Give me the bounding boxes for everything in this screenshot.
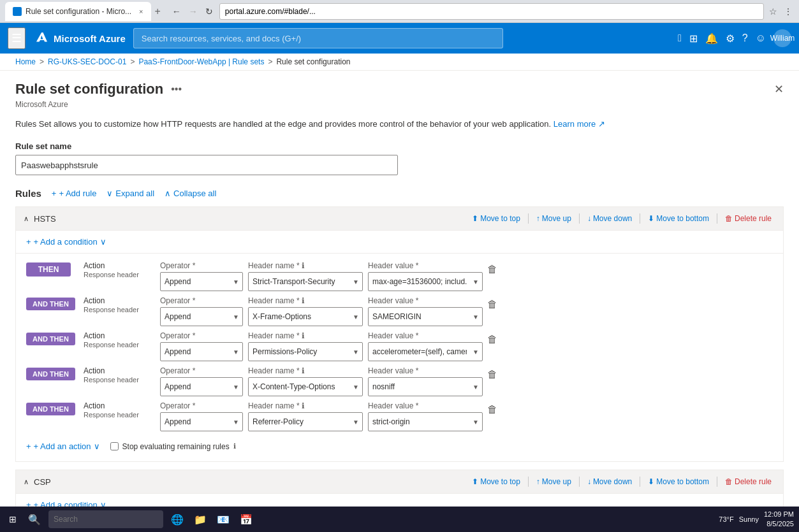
back-btn[interactable]: ←	[170, 5, 184, 18]
taskbar-clock: 12:09 PM	[764, 510, 794, 519]
delete-action-btn-hsts-1[interactable]: 🗑	[485, 296, 500, 313]
delete-action-btn-hsts-4[interactable]: 🗑	[485, 401, 500, 418]
bookmark-btn[interactable]: ☆	[768, 5, 779, 18]
azure-search-input[interactable]	[133, 28, 503, 48]
add-action-btn-hsts[interactable]: + + Add an action ∨	[26, 442, 100, 451]
header-name-group-hsts-1: Header name * ℹ X-Frame-Options▼	[248, 296, 363, 326]
close-page-btn[interactable]: ✕	[774, 82, 784, 96]
info-icon[interactable]: ℹ	[302, 296, 305, 305]
taskbar-search-input[interactable]	[48, 510, 163, 528]
header-value-select-hsts-3[interactable]: nosniff	[368, 377, 483, 396]
taskbar: ⊞ 🔍 🌐 📁 📧 📅 73°F Sunny 12:09 PM 8/5/2025	[0, 507, 799, 532]
header-value-group-hsts-1: Header value * SAMEORIGIN▼	[368, 296, 483, 326]
operator-select-hsts-1[interactable]: Append	[160, 307, 243, 326]
operator-select-hsts-2[interactable]: Append	[160, 342, 243, 361]
feedback-icon[interactable]: ☺	[756, 32, 766, 44]
header-name-label-hsts-2: Header name * ℹ	[248, 331, 363, 340]
rule-set-name-field: Rule set name	[15, 141, 784, 175]
taskbar-explorer-icon[interactable]: 📁	[191, 512, 209, 527]
operator-group-hsts-0: Operator * AppendDeleteOverwrite ▼	[160, 261, 243, 291]
header-value-group-hsts-0: Header value * max-age=31536000; includ.…	[368, 261, 483, 291]
start-btn[interactable]: ⊞	[5, 512, 20, 527]
add-action-chevron: ∨	[94, 442, 100, 451]
header-name-select-hsts-1[interactable]: X-Frame-Options	[248, 307, 363, 326]
rule-collapse-btn-hsts[interactable]: ∧	[24, 215, 29, 223]
new-tab-btn[interactable]: +	[155, 6, 161, 17]
forward-btn[interactable]: →	[186, 5, 200, 18]
operator-select-hsts-0[interactable]: AppendDeleteOverwrite	[160, 272, 243, 291]
operator-select-hsts-3[interactable]: Append	[160, 377, 243, 396]
breadcrumb-front-door[interactable]: PaaS-FrontDoor-WebApp | Rule sets	[138, 57, 264, 66]
expand-all-btn[interactable]: ∨ Expand all	[106, 189, 154, 198]
stop-eval-checkbox-hsts[interactable]	[110, 442, 119, 450]
action-row-hsts-0: THEN Action Response header Operator * A…	[26, 261, 773, 291]
azure-logo-icon	[33, 31, 48, 46]
toolbar-divider-3	[640, 213, 640, 224]
move-to-top-btn-hsts[interactable]: ⬆ Move to top	[468, 212, 524, 225]
hamburger-menu-btn[interactable]: ☰	[8, 27, 26, 49]
delete-rule-btn-hsts[interactable]: 🗑 Delete rule	[721, 212, 775, 225]
taskbar-date: 8/5/2025	[764, 519, 794, 529]
search-taskbar-icon[interactable]: 🔍	[26, 512, 43, 527]
taskbar-weather-desc: Sunny	[739, 515, 759, 523]
info-icon[interactable]: ℹ	[302, 261, 305, 270]
header-value-select-hsts-0[interactable]: max-age=31536000; includ...	[368, 272, 483, 291]
move-to-bottom-btn-csp[interactable]: ⬇ Move to bottom	[644, 475, 713, 488]
collapse-all-btn[interactable]: ∧ Collapse all	[165, 189, 216, 198]
learn-more-link[interactable]: Learn more ↗	[553, 119, 605, 129]
add-condition-btn-hsts[interactable]: + + Add a condition ∨	[26, 237, 106, 247]
move-up-btn-csp[interactable]: ↑ Move up	[532, 475, 575, 488]
cloud-shell-icon[interactable]: 	[678, 32, 682, 44]
rules-section-header: Rules + + Add rule ∨ Expand all ∧ Collap…	[15, 188, 784, 199]
move-up-label: Move up	[542, 477, 571, 486]
notifications-icon[interactable]: 🔔	[705, 32, 718, 45]
action-row-hsts-2: AND THEN Action Response header Operator…	[26, 331, 773, 361]
breadcrumb-home[interactable]: Home	[15, 57, 36, 66]
taskbar-calendar-icon[interactable]: 📅	[237, 512, 255, 527]
header-name-select-hsts-0[interactable]: Strict-Transport-Security	[248, 272, 363, 291]
help-icon[interactable]: ?	[742, 32, 748, 44]
close-tab-btn[interactable]: ×	[139, 8, 143, 15]
rule-card-header-hsts: ∧ ⬆ Move to top ↑ Move up ↓ Move down	[16, 207, 783, 231]
delete-rule-btn-csp[interactable]: 🗑 Delete rule	[721, 475, 775, 488]
delete-action-btn-hsts-2[interactable]: 🗑	[485, 331, 500, 348]
move-down-btn-csp[interactable]: ↓ Move down	[583, 475, 636, 488]
header-name-select-hsts-4[interactable]: Referrer-Policy	[248, 412, 363, 431]
taskbar-mail-icon[interactable]: 📧	[214, 512, 232, 527]
info-icon[interactable]: ℹ	[302, 366, 305, 375]
more-options-icon[interactable]: •••	[171, 83, 182, 95]
taskbar-weather: 73°F	[719, 515, 733, 523]
move-to-top-btn-csp[interactable]: ⬆ Move to top	[468, 475, 524, 488]
browser-icons: ☆ ⋮	[768, 5, 794, 18]
delete-action-btn-hsts-0[interactable]: 🗑	[485, 261, 500, 278]
user-avatar[interactable]: William	[773, 29, 791, 47]
header-name-select-hsts-2[interactable]: Permissions-Policy	[248, 342, 363, 361]
rule-card-header-csp: ∧ ⬆ Move to top ↑ Move up ↓ Move down	[16, 470, 783, 494]
breadcrumb-resource-group[interactable]: RG-UKS-SEC-DOC-01	[48, 57, 126, 66]
directory-icon[interactable]: ⊞	[689, 32, 698, 45]
stop-eval-info-icon-hsts[interactable]: ℹ	[233, 442, 236, 450]
rule-name-input-hsts[interactable]	[34, 214, 161, 224]
browser-nav: ← → ↻	[170, 5, 216, 18]
info-icon[interactable]: ℹ	[302, 331, 305, 340]
reload-btn[interactable]: ↻	[203, 5, 216, 18]
settings-icon[interactable]: ⚙	[726, 32, 735, 45]
rule-name-input-csp[interactable]	[34, 477, 161, 487]
header-value-select-hsts-4[interactable]: strict-origin	[368, 412, 483, 431]
header-value-select-hsts-1[interactable]: SAMEORIGIN	[368, 307, 483, 326]
rule-set-name-input[interactable]	[15, 155, 398, 175]
rule-collapse-btn-csp[interactable]: ∧	[24, 478, 29, 486]
move-to-bottom-btn-hsts[interactable]: ⬇ Move to bottom	[644, 212, 713, 225]
browser-tab[interactable]: Rule set configuration - Micro... ×	[5, 2, 151, 21]
delete-action-btn-hsts-3[interactable]: 🗑	[485, 366, 500, 383]
header-name-select-hsts-3[interactable]: X-Content-Type-Options	[248, 377, 363, 396]
extensions-btn[interactable]: ⋮	[782, 5, 794, 18]
add-rule-btn[interactable]: + + Add rule	[52, 189, 97, 198]
header-value-select-hsts-2[interactable]: accelerometer=(self), camer...	[368, 342, 483, 361]
info-icon[interactable]: ℹ	[302, 401, 305, 410]
address-bar[interactable]	[219, 3, 764, 20]
taskbar-edge-icon[interactable]: 🌐	[168, 512, 186, 527]
move-up-btn-hsts[interactable]: ↑ Move up	[532, 212, 575, 225]
move-down-btn-hsts[interactable]: ↓ Move down	[583, 212, 636, 225]
operator-select-hsts-4[interactable]: Append	[160, 412, 243, 431]
